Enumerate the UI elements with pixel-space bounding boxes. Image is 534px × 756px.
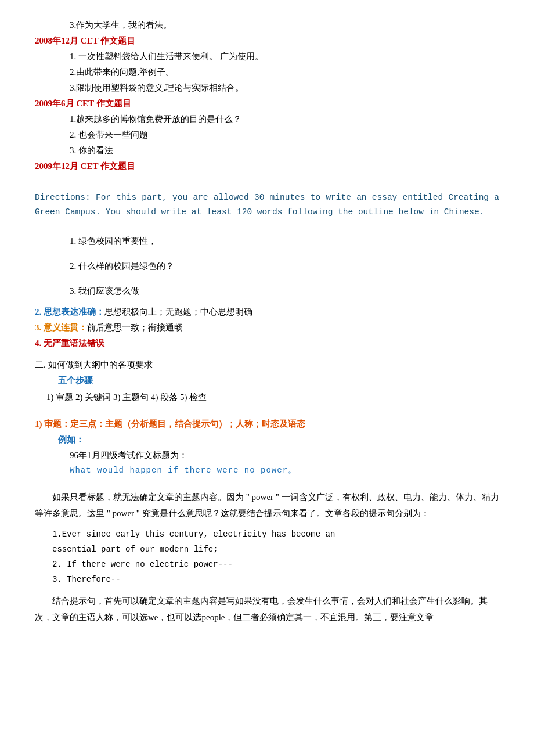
outline-item-2: 2. 什么样的校园是绿色的？ <box>70 257 499 276</box>
criteria-2: 2. 思想表达准确：思想积极向上；无跑题；中心思想明确 <box>35 304 499 320</box>
item1-2008: 1. 一次性塑料袋给人们生活带来便利。 广为使用。 <box>70 49 499 64</box>
outline-item-3: 3. 我们应该怎么做 <box>70 282 499 301</box>
criteria2-rest: 思想积极向上；无跑题；中心思想明确 <box>104 307 252 316</box>
steps-list: 1) 审题 2) 关键词 3) 主题句 4) 段落 5) 检查 <box>46 388 499 406</box>
item3-2009-6: 3. 你的看法 <box>70 143 499 159</box>
hint-1: 1.Ever since early this century, electri… <box>52 527 499 542</box>
hint-1b: essential part of our modern life; <box>52 542 499 557</box>
title-2009-12: 2009年12月 CET 作文题目 <box>35 159 499 174</box>
criteria2-label: 思想表达准确： <box>44 307 104 316</box>
criteria3-number: 3. <box>35 323 44 332</box>
criteria3-rest: 前后意思一致；衔接通畅 <box>87 323 183 332</box>
para-1: 如果只看标题，就无法确定文章的主题内容。因为 " power " 一词含义广泛，… <box>35 489 499 522</box>
example-en-sentence: What would happen if there were no power… <box>70 463 499 478</box>
criteria4-text: 4. 无严重语法错误 <box>35 339 104 348</box>
criteria3-label: 意义连贯： <box>44 323 87 332</box>
outline-item-1: 1. 绿色校园的重要性， <box>70 232 499 251</box>
example-label: 例如： <box>58 432 499 448</box>
title-2008: 2008年12月 CET 作文题目 <box>35 33 499 49</box>
para-2: 结合提示句，首先可以确定文章的主题内容是写如果没有电，会发生什么事情，会对人们和… <box>35 593 499 626</box>
item1-2009-6: 1.越来越多的博物馆免费开放的目的是什么？ <box>70 111 499 127</box>
hint-2: 2. If there were no electric power--- <box>52 557 499 573</box>
five-steps-label: 五个步骤 <box>58 373 499 388</box>
criteria2-number: 2. <box>35 307 44 316</box>
item2-2008: 2.由此带来的问题,举例子。 <box>70 64 499 80</box>
example-text-1: 96年1月四级考试作文标题为： <box>70 448 499 463</box>
criteria-4: 4. 无严重语法错误 <box>35 336 499 351</box>
hint-block: 1.Ever since early this century, electri… <box>52 527 499 588</box>
section2-title: 二. 如何做到大纲中的各项要求 <box>35 357 499 373</box>
title-2009-6: 2009年6月 CET 作文题目 <box>35 96 499 111</box>
audit-title: 1) 审题：定三点：主题（分析题目，结合提示句）；人称；时态及语态 <box>35 416 499 432</box>
directions-block: Directions: For this part, you are allow… <box>35 190 499 220</box>
criteria-3: 3. 意义连贯：前后意思一致；衔接通畅 <box>35 320 499 336</box>
hint-3: 3. Therefore-- <box>52 573 499 588</box>
item3-2008: 3.限制使用塑料袋的意义,理论与实际相结合。 <box>70 80 499 96</box>
item3-2007: 3.作为大学生，我的看法。 <box>70 17 499 33</box>
item2-2009-6: 2. 也会带来一些问题 <box>70 127 499 143</box>
